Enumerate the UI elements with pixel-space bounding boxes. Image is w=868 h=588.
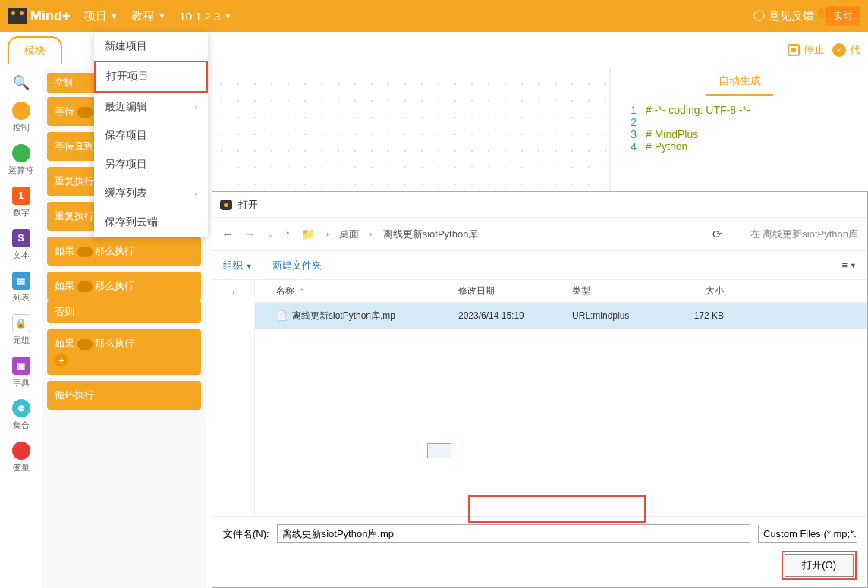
filename-label: 文件名(N): <box>223 527 269 541</box>
cat-list[interactable]: ▤列表 <box>12 272 30 303</box>
folder-icon: 📁 <box>301 228 316 241</box>
list-icon: ▤ <box>12 272 30 290</box>
plus-icon[interactable]: + <box>55 354 68 367</box>
chevron-right-icon: › <box>231 286 234 297</box>
back-button[interactable]: ← <box>222 228 234 241</box>
col-date[interactable]: 修改日期 <box>458 285 572 297</box>
run-button[interactable]: ✓ 代 <box>832 43 860 57</box>
block-else[interactable]: 否则 <box>47 300 201 323</box>
feedback-link[interactable]: ⓘ 意见反馈 <box>753 9 814 24</box>
dialog-title: 打开 <box>238 198 258 212</box>
question-icon: ⓘ <box>753 9 765 24</box>
col-name[interactable]: 名称⌃ <box>255 285 458 297</box>
dialog-toolbar: 组织 ▼ 新建文件夹 ≡▼ <box>212 251 867 280</box>
menu-save-cloud[interactable]: 保存到云端 <box>94 208 208 237</box>
cat-control[interactable]: 控制 <box>12 102 30 134</box>
chevron-right-icon: › <box>370 230 372 238</box>
file-icon: 📄 <box>276 310 288 321</box>
menu-project[interactable]: 项目▼ <box>84 9 118 24</box>
open-file-dialog: 打开 ← → ⌄ ↑ 📁 › 桌面 › 离线更新siotPython库 ⟳ 在 … <box>212 191 868 588</box>
file-row[interactable]: 📄离线更新siotPython库.mp 2023/6/14 15:19 URL:… <box>255 303 867 329</box>
crumb-folder[interactable]: 离线更新siotPython库 <box>383 228 479 241</box>
menu-tutorial[interactable]: 教程▼ <box>131 9 165 24</box>
menu-open-project[interactable]: 打开项目 <box>94 61 208 93</box>
menu-saveas-project[interactable]: 另存项目 <box>94 150 208 179</box>
realtime-button[interactable]: 实时 <box>826 6 860 26</box>
forward-button[interactable]: → <box>244 228 256 241</box>
square-icon: S <box>12 229 30 247</box>
menu-recent[interactable]: 最近编辑› <box>94 93 208 121</box>
search-button[interactable]: 🔍 <box>13 74 30 91</box>
circle-icon <box>12 102 30 120</box>
up-button[interactable]: ↑ <box>285 228 291 241</box>
dialog-footer: 文件名(N): Custom Files (*.mp;*.s 打开(O) <box>212 516 867 587</box>
dialog-nav: ← → ⌄ ↑ 📁 › 桌面 › 离线更新siotPython库 ⟳ 在 离线更… <box>212 218 867 251</box>
cat-set[interactable]: ⊛集合 <box>12 399 30 431</box>
view-menu[interactable]: ≡▼ <box>841 259 857 271</box>
cat-operators[interactable]: 运算符 <box>8 144 33 176</box>
tab-autogen[interactable]: 自动生成 <box>706 68 773 96</box>
sort-asc-icon: ⌃ <box>299 288 305 295</box>
dialog-sidebar[interactable]: › <box>212 280 255 516</box>
book-icon: ▣ <box>12 357 30 375</box>
dialog-titlebar: 打开 <box>212 192 867 218</box>
col-size[interactable]: 大小 <box>663 285 731 297</box>
block-loop[interactable]: 循环执行 <box>47 381 201 410</box>
file-filter-select[interactable]: Custom Files (*.mp;*.s <box>758 525 857 543</box>
col-type[interactable]: 类型 <box>572 285 663 297</box>
cat-dict[interactable]: ▣字典 <box>12 357 30 388</box>
check-icon: ✓ <box>832 43 846 57</box>
circle-icon <box>12 442 30 460</box>
cat-text[interactable]: S文本 <box>12 229 30 261</box>
open-button[interactable]: 打开(O) <box>785 554 854 577</box>
lock-icon: 🔒 <box>12 314 30 332</box>
chevron-down-icon: ▼ <box>225 12 232 20</box>
chevron-right-icon: › <box>194 189 197 198</box>
chevron-right-icon: › <box>326 230 329 238</box>
menu-cache-list[interactable]: 缓存列表› <box>94 179 208 208</box>
chevron-down-icon: ▼ <box>158 12 165 20</box>
cat-tuple[interactable]: 🔒元组 <box>12 314 30 346</box>
stop-button[interactable]: 停止 <box>788 43 825 57</box>
menu-version[interactable]: 10.1.2.3▼ <box>179 10 231 23</box>
code-view: 1# -*- coding: UTF-8 -*- 2 3# MindPlus 4… <box>611 96 868 160</box>
refresh-button[interactable]: ⟳ <box>712 228 722 241</box>
recent-dropdown[interactable]: ⌄ <box>267 229 274 239</box>
chevron-right-icon: › <box>194 102 197 112</box>
chevron-down-icon: ▼ <box>111 12 118 20</box>
block-if-else[interactable]: 如果 那么执行 <box>47 272 201 300</box>
filename-input[interactable] <box>277 524 750 543</box>
search-box[interactable]: 在 离线更新siotPython库 <box>741 228 858 241</box>
highlight-annotation: 打开(O) <box>782 551 857 580</box>
square-icon: 1 <box>12 187 30 205</box>
search-icon: 🔍 <box>13 74 30 91</box>
cat-number[interactable]: 1数字 <box>12 187 30 219</box>
code-tabs: 自动生成 <box>611 68 868 96</box>
menu-save-project[interactable]: 保存项目 <box>94 121 208 150</box>
app-icon <box>220 200 232 210</box>
block-if-then[interactable]: 如果 那么执行 <box>47 237 201 266</box>
organize-menu[interactable]: 组织 ▼ <box>223 259 253 272</box>
logo-icon <box>8 8 27 24</box>
circle-icon <box>12 144 30 162</box>
file-list: 名称⌃ 修改日期 类型 大小 📄离线更新siotPython库.mp 2023/… <box>255 280 867 516</box>
crumb-desktop[interactable]: 桌面 <box>339 228 359 241</box>
category-bar: 🔍 控制 运算符 1数字 S文本 ▤列表 🔒元组 ▣字典 ⊛集合 变量 <box>0 68 42 588</box>
set-icon: ⊛ <box>12 399 30 417</box>
block-if-then-2[interactable]: 如果 那么执行+ <box>47 329 201 375</box>
top-bar: Mind+ 项目▼ 教程▼ 10.1.2.3▼ ⓘ 意见反馈 实时 <box>0 0 868 32</box>
highlight-annotation <box>468 495 646 516</box>
stop-icon <box>788 44 800 56</box>
tab-blocks[interactable]: 模块 <box>8 36 62 64</box>
cat-var[interactable]: 变量 <box>12 442 30 473</box>
project-dropdown: 新建项目 打开项目 最近编辑› 保存项目 另存项目 缓存列表› 保存到云端 <box>94 32 208 237</box>
file-header: 名称⌃ 修改日期 类型 大小 <box>255 280 867 303</box>
minimap-thumb <box>427 443 451 458</box>
app-logo: Mind+ <box>8 8 71 24</box>
menu-new-project[interactable]: 新建项目 <box>94 32 208 61</box>
app-name: Mind+ <box>30 8 71 24</box>
new-folder-button[interactable]: 新建文件夹 <box>272 259 322 272</box>
